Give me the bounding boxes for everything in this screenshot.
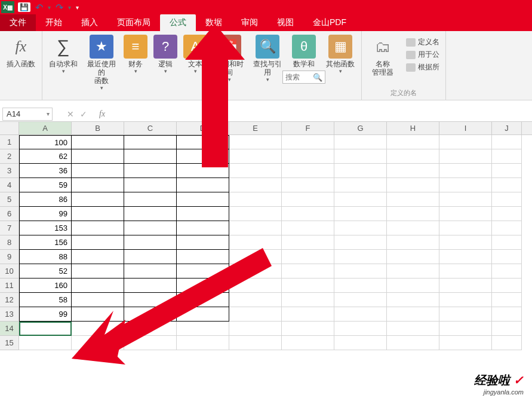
cell[interactable] <box>439 164 492 178</box>
cell[interactable] <box>334 192 387 207</box>
cell[interactable] <box>439 178 492 192</box>
cell[interactable] <box>19 322 72 336</box>
qat-customize-icon[interactable]: ▾ <box>76 4 79 11</box>
cell[interactable] <box>229 250 282 264</box>
cell[interactable] <box>177 264 229 278</box>
select-all-corner[interactable] <box>0 122 19 134</box>
cell[interactable] <box>439 264 492 278</box>
cell[interactable]: 99 <box>19 207 72 221</box>
cell[interactable] <box>177 307 229 322</box>
undo-dropdown-icon[interactable]: ▾ <box>48 4 51 11</box>
column-header[interactable]: A <box>19 122 72 134</box>
cell[interactable] <box>72 164 124 178</box>
cell[interactable] <box>334 149 387 164</box>
financial-button[interactable]: ≡ 财务 ▾ <box>122 33 149 74</box>
search-icon[interactable]: 🔍 <box>313 73 322 82</box>
cell[interactable] <box>124 322 177 336</box>
row-header[interactable]: 4 <box>0 178 19 192</box>
cell[interactable] <box>124 178 177 192</box>
cell[interactable] <box>282 278 334 293</box>
cell[interactable] <box>282 264 334 278</box>
cell[interactable] <box>387 192 439 207</box>
row-header[interactable]: 8 <box>0 235 19 250</box>
cell[interactable] <box>282 135 334 149</box>
column-header[interactable]: J <box>492 122 522 134</box>
cell[interactable]: 88 <box>19 250 72 264</box>
undo-icon[interactable]: ↶ <box>35 2 43 13</box>
cell[interactable] <box>72 307 124 322</box>
row-header[interactable]: 12 <box>0 293 19 307</box>
cell[interactable] <box>124 307 177 322</box>
row-header[interactable]: 14 <box>0 322 19 336</box>
cell[interactable] <box>492 322 522 336</box>
cell[interactable] <box>282 192 334 207</box>
cell[interactable] <box>72 336 124 350</box>
cell[interactable] <box>177 235 229 250</box>
cell[interactable] <box>439 221 492 235</box>
cell[interactable] <box>439 149 492 164</box>
cell[interactable] <box>72 192 124 207</box>
cell[interactable] <box>72 293 124 307</box>
cell[interactable] <box>229 278 282 293</box>
cell[interactable] <box>177 207 229 221</box>
row-header[interactable]: 15 <box>0 336 19 350</box>
recent-functions-button[interactable]: ★ 最近使用的 函数 ▾ <box>84 33 119 91</box>
cell[interactable] <box>387 336 439 350</box>
cell[interactable] <box>177 164 229 178</box>
column-header[interactable]: C <box>124 122 177 134</box>
cell[interactable] <box>334 221 387 235</box>
cell[interactable] <box>387 149 439 164</box>
cell[interactable] <box>177 322 229 336</box>
cell[interactable] <box>492 336 522 350</box>
cell[interactable] <box>282 149 334 164</box>
chevron-down-icon[interactable]: ▾ <box>47 111 50 117</box>
column-header[interactable]: D <box>177 122 229 134</box>
cell[interactable] <box>492 192 522 207</box>
cell[interactable] <box>492 264 522 278</box>
cell[interactable] <box>124 278 177 293</box>
cell[interactable] <box>72 322 124 336</box>
cell[interactable] <box>439 336 492 350</box>
cell[interactable] <box>72 264 124 278</box>
cell[interactable] <box>229 207 282 221</box>
text-button[interactable]: A 文本 ▾ <box>182 33 208 74</box>
cell[interactable] <box>439 235 492 250</box>
cell[interactable] <box>492 307 522 322</box>
cell[interactable] <box>282 293 334 307</box>
cell[interactable] <box>387 221 439 235</box>
cell[interactable] <box>72 149 124 164</box>
tab-page-layout[interactable]: 页面布局 <box>107 14 160 31</box>
cell[interactable] <box>282 336 334 350</box>
cell[interactable] <box>124 235 177 250</box>
cell[interactable] <box>387 250 439 264</box>
cell[interactable] <box>72 135 124 149</box>
tab-view[interactable]: 视图 <box>267 14 303 31</box>
tab-formulas[interactable]: 公式 <box>160 14 196 31</box>
row-header[interactable]: 11 <box>0 278 19 293</box>
use-in-formula-button[interactable]: 用于公 <box>406 50 439 60</box>
cell[interactable] <box>229 307 282 322</box>
cell[interactable] <box>177 192 229 207</box>
tab-wps-pdf[interactable]: 金山PDF <box>303 14 356 31</box>
cell[interactable] <box>334 250 387 264</box>
cell[interactable]: 59 <box>19 178 72 192</box>
cell[interactable] <box>124 135 177 149</box>
cell[interactable] <box>229 164 282 178</box>
ribbon-search-input[interactable] <box>285 73 310 81</box>
cell[interactable] <box>334 322 387 336</box>
cell[interactable] <box>177 278 229 293</box>
cell[interactable] <box>124 164 177 178</box>
tab-data[interactable]: 数据 <box>196 14 232 31</box>
row-header[interactable]: 7 <box>0 221 19 235</box>
cell[interactable] <box>177 336 229 350</box>
cell[interactable] <box>334 135 387 149</box>
cell[interactable] <box>387 135 439 149</box>
cell[interactable] <box>492 164 522 178</box>
cell[interactable] <box>492 293 522 307</box>
cell[interactable] <box>387 322 439 336</box>
cell[interactable] <box>492 278 522 293</box>
cell[interactable] <box>334 307 387 322</box>
create-from-selection-button[interactable]: 根据所 <box>406 62 439 72</box>
cell[interactable] <box>229 264 282 278</box>
cell[interactable] <box>387 264 439 278</box>
